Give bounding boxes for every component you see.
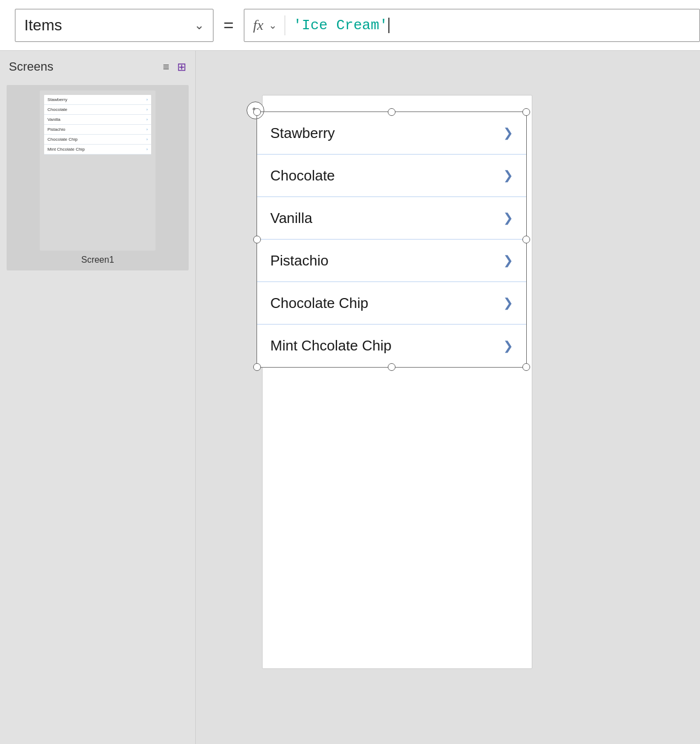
thumb-item: Chocolate Chip› xyxy=(44,135,151,145)
list-component: Stawberry ❯ Chocolate ❯ Vanilla ❯ Pistac… xyxy=(257,111,527,368)
thumbnail-list: Stawberry› Chocolate› Vanilla› Pistachio… xyxy=(44,95,151,155)
screen-thumbnail-container[interactable]: Stawberry› Chocolate› Vanilla› Pistachio… xyxy=(7,85,189,270)
thumb-item: Mint Chcolate Chip› xyxy=(44,145,151,155)
formula-bar[interactable]: fx ⌄ 'Ice Cream' xyxy=(244,9,700,42)
thumb-item: Chocolate› xyxy=(44,105,151,115)
top-toolbar: Items ⌄ = fx ⌄ 'Ice Cream' xyxy=(0,0,700,51)
items-dropdown[interactable]: Items ⌄ xyxy=(15,9,213,42)
view-toggle-icons: ≡ ⊞ xyxy=(163,60,186,73)
list-item-chevron-icon: ❯ xyxy=(503,168,513,183)
items-dropdown-label: Items xyxy=(24,17,190,34)
fx-icon: fx xyxy=(253,17,264,34)
list-item-chevron-icon: ❯ xyxy=(503,253,513,268)
screen-label: Screen1 xyxy=(81,255,114,265)
list-item-label: Chocolate Chip xyxy=(270,295,368,312)
left-panel-header: Screens ≡ ⊞ xyxy=(0,51,195,81)
list-item[interactable]: Mint Chcolate Chip ❯ xyxy=(257,325,526,367)
main-canvas: ✎ Stawberry ❯ Chocolate ❯ Vanilla xyxy=(196,51,700,744)
thumb-item: Stawberry› xyxy=(44,95,151,105)
thumb-item: Pistachio› xyxy=(44,125,151,135)
list-item-label: Chocolate xyxy=(270,167,335,184)
list-item[interactable]: Pistachio ❯ xyxy=(257,240,526,282)
edit-handle[interactable]: ✎ xyxy=(247,102,264,119)
list-item[interactable]: Stawberry ❯ xyxy=(257,112,526,155)
list-item[interactable]: Chocolate ❯ xyxy=(257,155,526,197)
list-item[interactable]: Vanilla ❯ xyxy=(257,197,526,240)
list-item-label: Mint Chcolate Chip xyxy=(270,337,392,354)
formula-cursor xyxy=(388,18,389,33)
formula-divider xyxy=(285,15,285,35)
left-panel: Screens ≡ ⊞ Stawberry› Chocolate› Vanill… xyxy=(0,51,196,744)
list-item-label: Pistachio xyxy=(270,252,329,269)
thumb-item: Vanilla› xyxy=(44,115,151,125)
list-item-label: Stawberry xyxy=(270,125,335,142)
list-item-chevron-icon: ❯ xyxy=(503,211,513,225)
list-item[interactable]: Chocolate Chip ❯ xyxy=(257,282,526,325)
list-widget-wrapper: ✎ Stawberry ❯ Chocolate ❯ Vanilla xyxy=(257,111,527,368)
equals-sign: = xyxy=(223,15,234,35)
grid-view-icon[interactable]: ⊞ xyxy=(177,60,186,73)
list-item-label: Vanilla xyxy=(270,210,312,227)
formula-value: 'Ice Cream' xyxy=(293,17,388,34)
list-item-chevron-icon: ❯ xyxy=(503,339,513,353)
list-item-chevron-icon: ❯ xyxy=(503,126,513,140)
formula-chevron-icon: ⌄ xyxy=(269,19,277,31)
list-view-icon[interactable]: ≡ xyxy=(163,61,169,73)
chevron-down-icon: ⌄ xyxy=(194,18,204,33)
screen-thumbnail: Stawberry› Chocolate› Vanilla› Pistachio… xyxy=(40,91,156,251)
list-item-chevron-icon: ❯ xyxy=(503,296,513,310)
screens-title: Screens xyxy=(9,60,54,74)
